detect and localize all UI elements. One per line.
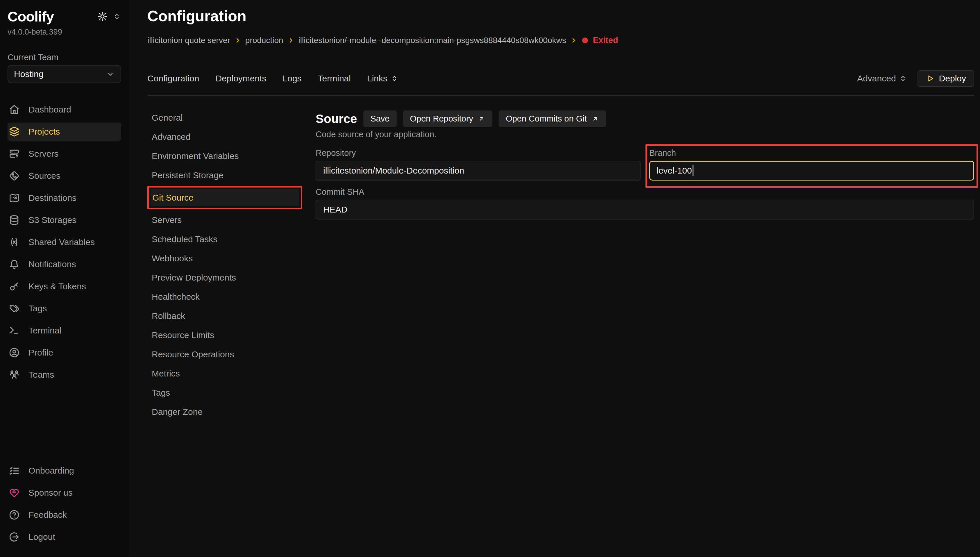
heart-handshake-icon xyxy=(9,487,20,498)
breadcrumb-item-production: production xyxy=(245,36,294,45)
list-checks-icon xyxy=(9,465,20,476)
bell-icon xyxy=(9,259,20,270)
tab-configuration[interactable]: Configuration xyxy=(147,73,199,83)
git-source-icon xyxy=(9,170,20,181)
commit-sha-input[interactable] xyxy=(315,200,974,220)
tabbar-divider xyxy=(147,95,974,96)
sidebar-footer-nav: Onboarding Sponsor us Feedback Logout xyxy=(8,462,121,551)
subnav-item-general[interactable]: General xyxy=(147,108,302,127)
chevron-right-icon xyxy=(570,37,577,44)
config-subnav: General Advanced Environment Variables P… xyxy=(147,108,302,422)
save-button[interactable]: Save xyxy=(363,111,397,127)
coolify-app: { "app": { "name": "Coolify", "version":… xyxy=(0,0,980,557)
advanced-menu[interactable]: Advanced xyxy=(857,73,907,83)
chevron-down-icon xyxy=(106,70,115,78)
tags-icon xyxy=(9,303,20,314)
tab-terminal[interactable]: Terminal xyxy=(318,73,351,83)
subnav-item-webhooks[interactable]: Webhooks xyxy=(147,249,302,268)
subnav-item-rollback[interactable]: Rollback xyxy=(147,306,302,326)
branch-field: Branch level-100 xyxy=(649,148,974,181)
branch-label: Branch xyxy=(649,148,974,158)
team-select[interactable]: Hosting xyxy=(8,65,121,83)
sidebar-item-notifications[interactable]: Notifications xyxy=(8,255,121,273)
sun-icon[interactable] xyxy=(97,11,108,22)
open-commits-button[interactable]: Open Commits on Git xyxy=(499,111,606,127)
source-panel: Source Save Open Repository Open Commits… xyxy=(315,108,974,220)
branch-input[interactable]: level-100 xyxy=(649,161,974,181)
sidebar-item-onboarding[interactable]: Onboarding xyxy=(8,462,121,480)
chevron-right-icon xyxy=(234,37,241,44)
subnav-item-persistent-storage[interactable]: Persistent Storage xyxy=(147,166,302,185)
app-version: v4.0.0-beta.399 xyxy=(8,27,121,37)
open-repository-button[interactable]: Open Repository xyxy=(403,111,492,127)
breadcrumb: illicitonion quote server production ill… xyxy=(147,36,974,45)
page-title: Configuration xyxy=(147,8,974,24)
sidebar-item-servers[interactable]: Servers xyxy=(8,145,121,163)
sidebar-item-logout[interactable]: Logout xyxy=(8,528,121,546)
chevrons-up-down-icon xyxy=(899,75,907,83)
arrow-up-right-icon xyxy=(592,115,599,123)
branch-annotation-box: Branch level-100 xyxy=(645,144,978,188)
source-heading: Source xyxy=(315,112,357,126)
subnav-item-git-source[interactable]: Git Source xyxy=(147,186,302,209)
sidebar: Coolify v4.0.0-beta.399 Current Team Hos… xyxy=(0,0,129,557)
breadcrumb-item-illicitestonion-module-decomposition-mai: illicitestonion/-module--decomposition:m… xyxy=(299,36,577,45)
arrow-up-right-icon xyxy=(478,115,485,123)
sidebar-item-s3-storages[interactable]: S3 Storages xyxy=(8,211,121,229)
subnav-item-preview-deployments[interactable]: Preview Deployments xyxy=(147,268,302,287)
subnav-item-metrics[interactable]: Metrics xyxy=(147,364,302,383)
commit-sha-field: Commit SHA xyxy=(315,187,974,220)
repository-input[interactable] xyxy=(315,161,640,181)
sidebar-item-sources[interactable]: Sources xyxy=(8,167,121,185)
layers-icon xyxy=(9,126,20,137)
current-team-label: Current Team xyxy=(8,52,121,62)
map-icon xyxy=(9,192,20,204)
subnav-item-advanced[interactable]: Advanced xyxy=(147,127,302,147)
subnav-item-servers[interactable]: Servers xyxy=(147,210,302,230)
repository-label: Repository xyxy=(315,148,640,158)
deploy-button[interactable]: Deploy xyxy=(918,70,974,87)
sidebar-item-profile[interactable]: Profile xyxy=(8,344,121,362)
text-cursor xyxy=(692,165,694,176)
sidebar-item-teams[interactable]: Teams xyxy=(8,366,121,384)
terminal-icon xyxy=(9,325,20,336)
home-icon xyxy=(9,104,20,115)
subnav-item-danger-zone[interactable]: Danger Zone xyxy=(147,402,302,422)
tab-deployments[interactable]: Deployments xyxy=(215,73,266,83)
subnav-item-resource-limits[interactable]: Resource Limits xyxy=(147,326,302,345)
tab-logs[interactable]: Logs xyxy=(283,73,302,83)
sidebar-item-shared-variables[interactable]: Shared Variables xyxy=(8,233,121,251)
user-circle-icon xyxy=(9,347,20,358)
app-logo: Coolify xyxy=(8,9,54,24)
subnav-item-resource-operations[interactable]: Resource Operations xyxy=(147,345,302,364)
sidebar-item-terminal[interactable]: Terminal xyxy=(8,321,121,340)
sidebar-item-tags[interactable]: Tags xyxy=(8,300,121,318)
subnav-item-tags[interactable]: Tags xyxy=(147,383,302,402)
play-icon xyxy=(926,74,934,83)
subnav-item-environment-variables[interactable]: Environment Variables xyxy=(147,147,302,166)
logout-icon xyxy=(9,531,20,542)
theme-selector-icon[interactable] xyxy=(112,12,121,21)
status-dot-icon xyxy=(581,37,589,44)
sidebar-item-destinations[interactable]: Destinations xyxy=(8,189,121,207)
sidebar-item-keys-tokens[interactable]: Keys & Tokens xyxy=(8,277,121,295)
sidebar-item-dashboard[interactable]: Dashboard xyxy=(8,101,121,119)
tab-links[interactable]: Links xyxy=(367,73,398,83)
commit-sha-label: Commit SHA xyxy=(315,187,974,197)
subnav-item-healthcheck[interactable]: Healthcheck xyxy=(147,287,302,306)
chevrons-up-down-icon xyxy=(390,75,398,83)
sidebar-item-projects[interactable]: Projects xyxy=(8,123,121,141)
source-description: Code source of your application. xyxy=(315,129,974,139)
chevron-right-icon xyxy=(288,37,294,44)
key-icon xyxy=(9,281,20,292)
team-select-value: Hosting xyxy=(14,69,44,79)
users-icon xyxy=(9,369,20,380)
subnav-item-scheduled-tasks[interactable]: Scheduled Tasks xyxy=(147,230,302,249)
main-area: Configuration illicitonion quote server … xyxy=(130,0,980,557)
tab-bar: Configuration Deployments Logs Terminal xyxy=(147,70,974,87)
sidebar-nav: Dashboard Projects Servers Sources Desti… xyxy=(8,101,121,388)
sidebar-item-feedback[interactable]: Feedback xyxy=(8,506,121,524)
database-icon xyxy=(9,215,20,226)
repository-field: Repository xyxy=(315,148,640,181)
sidebar-item-sponsor-us[interactable]: Sponsor us xyxy=(8,484,121,502)
